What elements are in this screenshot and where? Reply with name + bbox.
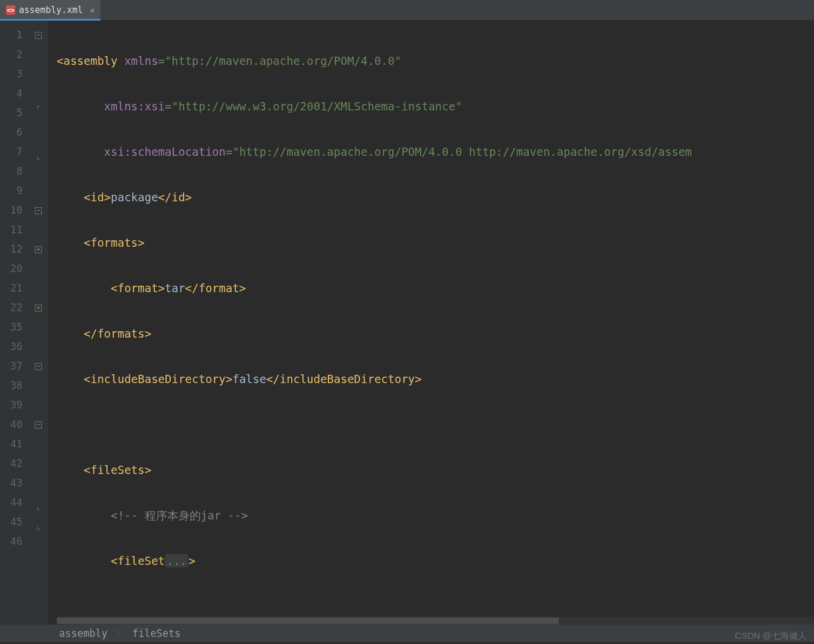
close-icon[interactable]: ✕ bbox=[90, 6, 95, 15]
fold-region-start-icon[interactable] bbox=[28, 103, 48, 123]
line-number[interactable]: 7 bbox=[0, 142, 28, 162]
line-number[interactable]: 36 bbox=[0, 337, 28, 357]
line-number[interactable]: 35 bbox=[0, 318, 28, 337]
fold-guide bbox=[28, 318, 48, 337]
fold-guide bbox=[28, 279, 48, 298]
fold-collapse-icon[interactable]: − bbox=[28, 415, 48, 434]
tab-filename: assembly.xml bbox=[19, 5, 83, 15]
file-tab-assembly[interactable]: <> assembly.xml ✕ bbox=[0, 0, 100, 20]
watermark: CSDN @七海健人 bbox=[735, 630, 807, 642]
fold-region-end-icon[interactable] bbox=[28, 493, 48, 512]
line-number[interactable]: 12 bbox=[0, 240, 28, 259]
fold-guide bbox=[28, 532, 48, 551]
line-number[interactable]: 10 bbox=[0, 201, 28, 220]
line-number[interactable]: 21 bbox=[0, 279, 28, 298]
fold-guide bbox=[28, 259, 48, 279]
fold-guide bbox=[28, 454, 48, 473]
scrollbar-thumb[interactable] bbox=[57, 617, 559, 624]
tab-bar: <> assembly.xml ✕ bbox=[0, 0, 814, 21]
fold-collapse-icon[interactable]: − bbox=[28, 25, 48, 45]
line-number-gutter[interactable]: 1234567891011122021223536373839404142434… bbox=[0, 21, 28, 625]
fold-region-end-icon[interactable] bbox=[28, 512, 48, 532]
fold-placeholder[interactable]: ... bbox=[165, 554, 188, 567]
line-number[interactable]: 1 bbox=[0, 25, 28, 45]
line-number[interactable]: 6 bbox=[0, 123, 28, 142]
line-number[interactable]: 45 bbox=[0, 512, 28, 532]
line-number[interactable]: 9 bbox=[0, 181, 28, 201]
line-number[interactable]: 39 bbox=[0, 395, 28, 415]
fold-guide bbox=[28, 220, 48, 240]
line-number[interactable]: 5 bbox=[0, 103, 28, 123]
fold-guide bbox=[28, 84, 48, 103]
fold-expand-icon[interactable]: + bbox=[28, 240, 48, 259]
fold-guide bbox=[28, 45, 48, 64]
fold-collapse-icon[interactable]: − bbox=[28, 201, 48, 220]
line-number[interactable]: 40 bbox=[0, 415, 28, 434]
horizontal-scrollbar[interactable] bbox=[57, 617, 814, 625]
line-number[interactable]: 2 bbox=[0, 45, 28, 64]
line-number[interactable]: 41 bbox=[0, 434, 28, 454]
breadcrumb-item[interactable]: fileSets bbox=[132, 627, 181, 639]
xml-file-icon: <> bbox=[6, 5, 15, 15]
fold-guide bbox=[28, 434, 48, 454]
fold-guide bbox=[28, 181, 48, 201]
line-number[interactable]: 37 bbox=[0, 357, 28, 376]
line-number[interactable]: 46 bbox=[0, 532, 28, 551]
line-number[interactable]: 4 bbox=[0, 84, 28, 103]
fold-guide bbox=[28, 162, 48, 181]
line-number[interactable]: 22 bbox=[0, 298, 28, 318]
line-number[interactable]: 42 bbox=[0, 454, 28, 473]
fold-guide bbox=[28, 64, 48, 84]
editor-area: 1234567891011122021223536373839404142434… bbox=[0, 21, 814, 625]
fold-guide bbox=[28, 337, 48, 357]
line-number[interactable]: 8 bbox=[0, 162, 28, 181]
breadcrumb: assembly 〉 fileSets bbox=[0, 625, 814, 642]
code-area[interactable]: <assembly xmlns="http://maven.apache.org… bbox=[48, 21, 814, 625]
fold-region-end-icon[interactable] bbox=[28, 142, 48, 162]
fold-guide bbox=[28, 123, 48, 142]
fold-column[interactable]: −−++−− bbox=[28, 21, 48, 625]
fold-guide bbox=[28, 376, 48, 395]
line-number[interactable]: 43 bbox=[0, 473, 28, 493]
line-number[interactable]: 44 bbox=[0, 493, 28, 512]
line-number[interactable]: 20 bbox=[0, 259, 28, 279]
line-number[interactable]: 38 bbox=[0, 376, 28, 395]
line-number[interactable]: 3 bbox=[0, 64, 28, 84]
breadcrumb-item[interactable]: assembly bbox=[59, 627, 108, 639]
chevron-right-icon: 〉 bbox=[116, 628, 124, 639]
fold-guide bbox=[28, 395, 48, 415]
fold-guide bbox=[28, 473, 48, 493]
fold-expand-icon[interactable]: + bbox=[28, 298, 48, 318]
line-number[interactable]: 11 bbox=[0, 220, 28, 240]
fold-collapse-icon[interactable]: − bbox=[28, 357, 48, 376]
